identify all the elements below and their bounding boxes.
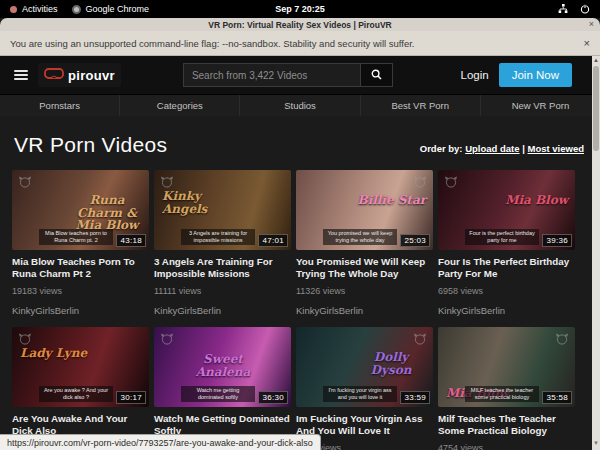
browser-warning-bar: You are using an unsupported command-lin… xyxy=(0,31,600,56)
studio-watermark-icon xyxy=(160,331,174,349)
thumbnail-caption: Four is the perfect birthday party for m… xyxy=(465,229,539,245)
tab-close-icon[interactable]: × xyxy=(589,20,594,29)
system-top-bar: Activities Google Chrome Sep 7 20:25 xyxy=(0,0,600,18)
video-thumbnail[interactable]: Lady Lyne Are you awake ? And your dick … xyxy=(12,327,149,407)
browser-tab-title[interactable]: VR Porn: Virtual Reality Sex Videos | Pi… xyxy=(0,20,600,30)
thumbnail-caption: MILF teaches the teacher some practical … xyxy=(465,386,539,402)
video-title[interactable]: 3 Angels Are Training For Impossible Mis… xyxy=(154,256,291,279)
duration-badge: 30:17 xyxy=(116,391,146,404)
main-nav: Pornstars Categories Studios Best VR Por… xyxy=(0,94,600,116)
video-views: 6958 views xyxy=(438,286,575,296)
page-viewport: pirouvr Login Join Now Pornstars Categor… xyxy=(0,56,600,450)
activities-indicator-icon xyxy=(10,6,17,13)
nav-item-best-vr-porn[interactable]: Best VR Porn xyxy=(361,95,481,116)
video-studio-link[interactable]: KinkyGirlsBerlin xyxy=(154,305,291,316)
thumbnail-caption: Mia Blow teaches porn to Runa Charm pt. … xyxy=(39,229,113,245)
video-card[interactable]: Kinky Angels 3 Angels are training for i… xyxy=(154,170,291,316)
video-thumbnail[interactable]: Mia Blow MILF teaches the teacher some p… xyxy=(438,327,575,407)
login-link[interactable]: Login xyxy=(461,69,489,81)
video-card[interactable]: Sweet Analena Watch me getting dominated… xyxy=(154,327,291,450)
search-icon xyxy=(371,66,382,84)
thumbnail-overlay-title: Lady Lyne xyxy=(20,347,87,360)
video-title[interactable]: Mia Blow Teaches Porn To Runa Charm Pt 2 xyxy=(12,256,149,279)
thumbnail-overlay-title: Billie Star xyxy=(358,194,427,207)
duration-badge: 36:30 xyxy=(258,391,288,404)
scrollbar-up-icon[interactable]: ▲ xyxy=(592,57,600,63)
studio-watermark-icon xyxy=(555,331,569,349)
video-studio-link[interactable]: KinkyGirlsBerlin xyxy=(12,305,149,316)
video-thumbnail[interactable]: Mia Blow Four is the perfect birthday pa… xyxy=(438,170,575,250)
order-links-separator: | xyxy=(522,143,525,154)
thumbnail-caption: You promised we will keep trying the who… xyxy=(323,229,397,245)
video-card[interactable]: Runa Charm & Mia Blow Mia Blow teaches p… xyxy=(12,170,149,316)
thumbnail-caption: 3 Angels are training for impossible mis… xyxy=(181,229,255,245)
video-card[interactable]: Mia Blow Four is the perfect birthday pa… xyxy=(438,170,575,316)
thumbnail-caption: Watch me getting dominated softly xyxy=(181,386,255,402)
studio-watermark-icon xyxy=(444,174,458,192)
activities-label: Activities xyxy=(22,4,58,14)
nav-item-new-vr-porn[interactable]: New VR Porn xyxy=(481,95,600,116)
video-views: 11326 views xyxy=(296,286,433,296)
nav-item-pornstars[interactable]: Pornstars xyxy=(0,95,120,116)
search-button[interactable] xyxy=(361,63,393,87)
video-title[interactable]: Watch Me Getting Dominated Softly xyxy=(154,413,291,436)
nav-item-studios[interactable]: Studios xyxy=(240,95,360,116)
video-thumbnail[interactable]: Billie Star You promised we will keep tr… xyxy=(296,170,433,250)
site-logo-text: pirouvr xyxy=(68,68,115,83)
video-grid-row-1: Runa Charm & Mia Blow Mia Blow teaches p… xyxy=(0,170,600,316)
active-app-label: Google Chrome xyxy=(86,4,150,14)
scrollbar-down-icon[interactable]: ▼ xyxy=(592,440,600,446)
scrollbar-thumb[interactable] xyxy=(593,66,599,151)
video-views: 19183 views xyxy=(12,286,149,296)
nav-item-categories[interactable]: Categories xyxy=(120,95,240,116)
warning-close-icon[interactable]: × xyxy=(584,37,590,49)
thumbnail-caption: I'm fucking your virgin ass and you will… xyxy=(323,386,397,402)
thumbnail-overlay-title: Dolly Dyson xyxy=(356,351,426,376)
video-card[interactable]: Billie Star You promised we will keep tr… xyxy=(296,170,433,316)
studio-watermark-icon xyxy=(18,174,32,192)
thumbnail-overlay-title: Runa Charm & Mia Blow xyxy=(72,194,142,232)
video-thumbnail[interactable]: Sweet Analena Watch me getting dominated… xyxy=(154,327,291,407)
thumbnail-overlay-title: Sweet Analena xyxy=(188,353,258,378)
video-views: 4754 views xyxy=(438,443,575,450)
thumbnail-overlay-title: Mia Blow xyxy=(505,194,568,207)
video-title[interactable]: You Promised We Will Keep Trying The Who… xyxy=(296,256,433,279)
screen: Activities Google Chrome Sep 7 20:25 VR … xyxy=(0,0,600,450)
video-views: 11111 views xyxy=(154,286,291,296)
video-card[interactable]: Dolly Dyson I'm fucking your virgin ass … xyxy=(296,327,433,450)
studio-watermark-icon xyxy=(413,174,427,192)
video-thumbnail[interactable]: Dolly Dyson I'm fucking your virgin ass … xyxy=(296,327,433,407)
search-input[interactable] xyxy=(183,63,361,87)
video-card[interactable]: Mia Blow MILF teaches the teacher some p… xyxy=(438,327,575,450)
site-header: pirouvr Login Join Now xyxy=(0,56,600,94)
page-heading-row: VR Porn Videos Order by: Upload date | M… xyxy=(0,116,600,170)
video-thumbnail[interactable]: Runa Charm & Mia Blow Mia Blow teaches p… xyxy=(12,170,149,250)
chrome-icon xyxy=(72,5,81,14)
warning-text: You are using an unsupported command-lin… xyxy=(10,38,415,49)
power-icon[interactable] xyxy=(580,4,590,14)
order-by-label: Order by: xyxy=(420,143,463,154)
video-thumbnail[interactable]: Kinky Angels 3 Angels are training for i… xyxy=(154,170,291,250)
video-title[interactable]: Milf Teaches The Teacher Some Practical … xyxy=(438,413,575,436)
order-by-controls: Order by: Upload date | Most viewed xyxy=(420,143,584,154)
network-icon[interactable] xyxy=(558,4,568,14)
thumbnail-caption: Are you awake ? And your dick also ? xyxy=(39,386,113,402)
duration-badge: 35:58 xyxy=(542,391,572,404)
video-studio-link[interactable]: KinkyGirlsBerlin xyxy=(296,305,433,316)
order-link-most-viewed[interactable]: Most viewed xyxy=(528,143,585,154)
site-logo[interactable]: pirouvr xyxy=(38,63,121,87)
status-url: https://pirouvr.com/vr-porn-video/779325… xyxy=(7,438,313,448)
video-grid-row-2: Lady Lyne Are you awake ? And your dick … xyxy=(0,327,600,450)
join-now-button[interactable]: Join Now xyxy=(499,63,572,87)
page-scrollbar[interactable]: ▲ ▼ xyxy=(592,56,600,450)
browser-status-bar: https://pirouvr.com/vr-porn-video/779325… xyxy=(0,434,321,450)
video-title[interactable]: Are You Awake And Your Dick Also xyxy=(12,413,149,436)
video-title[interactable]: Im Fucking Your Virgin Ass And You Will … xyxy=(296,413,433,436)
video-studio-link[interactable]: KinkyGirlsBerlin xyxy=(438,305,575,316)
video-title[interactable]: Four Is The Perfect Birthday Party For M… xyxy=(438,256,575,279)
menu-icon[interactable] xyxy=(14,70,28,80)
video-card[interactable]: Lady Lyne Are you awake ? And your dick … xyxy=(12,327,149,450)
activities-button[interactable]: Activities xyxy=(10,4,58,14)
active-app-button[interactable]: Google Chrome xyxy=(72,4,150,14)
order-link-upload-date[interactable]: Upload date xyxy=(465,143,519,154)
